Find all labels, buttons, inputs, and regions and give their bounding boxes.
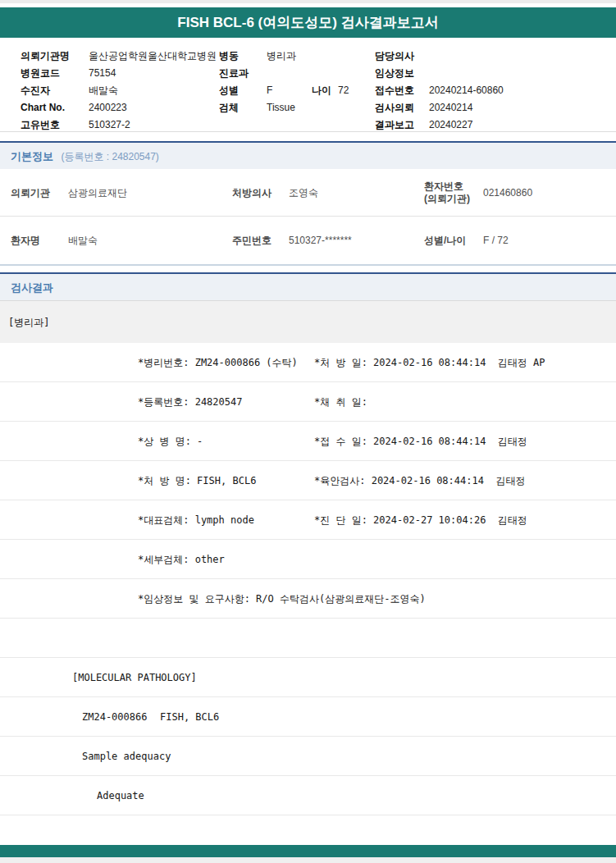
bottom-edge-strip: [0, 857, 616, 863]
clinical-request-field: *임상정보 및 요구사항: R/O 수탁검사(삼광의료재단-조영숙): [138, 591, 426, 605]
examinee-label: 수진자: [21, 82, 89, 99]
department-row: 진료과: [219, 65, 349, 82]
prescription-name-field: *처 방 명: FISH, BCL6: [138, 473, 256, 487]
registration-no-field: *등록번호: 24820547: [138, 395, 242, 409]
attending-doctor-label: 담당의사: [375, 48, 429, 65]
report-page: FISH BCL-6 (여의도성모) 검사결과보고서 의뢰기관명울산공업학원울산…: [0, 0, 616, 863]
department-name: [병리과]: [8, 315, 49, 329]
unique-no-value: 510327-2: [89, 119, 130, 130]
disease-name-row: *상 병 명: -*접 수 일: 2024-02-16 08:44:14 김태정: [0, 422, 616, 461]
basic-info-section-title: 기본정보: [11, 150, 53, 162]
table-row: 의뢰기관 삼광의료재단 처방의사 조영숙 환자번호(의뢰기관) 02146086…: [0, 169, 616, 217]
diagnosis-date-field: *진 단 일: 2024-02-27 10:04:26 김태정: [314, 513, 527, 527]
requesting-org-value: 삼광의료재단: [68, 185, 127, 199]
requesting-org-name-value: 울산공업학원울산대학교병원: [89, 50, 217, 62]
patient-no-value: 021460860: [483, 187, 532, 199]
sex-label: 성별: [219, 82, 267, 99]
age-label: 나이: [312, 82, 331, 99]
ward-value: 병리과: [267, 50, 296, 62]
patient-no-label: 환자번호(의뢰기관): [424, 180, 470, 205]
specimen-value: Tissue: [267, 102, 295, 113]
report-title: FISH BCL-6 (여의도성모) 검사결과보고서: [177, 15, 438, 30]
adequacy-value: Adequate: [97, 790, 144, 801]
sample-adequacy-row: Sample adequacy: [0, 737, 616, 776]
gross-exam-date-field: *육안검사: 2024-02-16 08:44:14 김태정: [314, 473, 525, 487]
test-name: FISH, BCL6: [160, 711, 219, 723]
test-line-row: ZM24-000866FISH, BCL6: [0, 697, 616, 737]
adequacy-value-row: Adequate: [0, 776, 616, 815]
sub-specimen-field: *세부검체: other: [138, 552, 225, 566]
resident-no-value: 510327-*******: [289, 235, 352, 246]
pathology-no-row: *병리번호: ZM24-000866 (수탁)*처 방 일: 2024-02-1…: [0, 343, 616, 382]
report-header-fields: 의뢰기관명울산공업학원울산대학교병원 병원코드75154 수진자배말숙 Char…: [0, 46, 616, 131]
prescribing-doctor-value: 조영숙: [289, 185, 318, 199]
ward-label: 병동: [219, 48, 267, 65]
empty-row: [0, 619, 616, 658]
hospital-code-value: 75154: [89, 67, 116, 79]
empty-row: [0, 815, 616, 845]
result-report-date-value: 20240227: [429, 119, 472, 130]
requesting-org-name-row: 의뢰기관명울산공업학원울산대학교병원: [21, 48, 217, 65]
resident-no-label: 주민번호: [232, 233, 271, 247]
table-row: 환자명 배말숙 주민번호 510327-******* 성별/나이 F / 72: [0, 217, 616, 263]
receipt-no-row: 접수번호20240214-60860: [375, 82, 504, 99]
department-label: 진료과: [219, 65, 267, 82]
top-edge-strip: [0, 0, 616, 3]
chart-no-label: Chart No.: [21, 99, 89, 116]
examinee-row: 수진자배말숙: [21, 82, 217, 99]
sex-age-table-value: F / 72: [483, 235, 509, 246]
basic-info-registration-no: (등록번호 : 24820547): [61, 151, 158, 162]
department-band: [병리과]: [0, 300, 616, 343]
header-divider: [0, 131, 616, 132]
test-number: ZM24-000866: [82, 711, 147, 723]
clinical-request-row: *임상정보 및 요구사항: R/O 수탁검사(삼광의료재단-조영숙): [0, 579, 616, 619]
header-right-column: 담당의사 임상정보 접수번호20240214-60860 검사의뢰2024021…: [375, 48, 504, 134]
report-footer-bar: [0, 845, 616, 857]
collection-date-field: *채 취 일:: [314, 395, 367, 409]
test-request-date-value: 20240214: [429, 102, 472, 113]
pathology-no-field: *병리번호: ZM24-000866 (수탁): [138, 355, 298, 369]
test-results-section-title: 검사결과: [11, 281, 53, 294]
representative-specimen-field: *대표검체: lymph node: [138, 513, 254, 527]
report-title-bar: FISH BCL-6 (여의도성모) 검사결과보고서: [0, 7, 616, 38]
patient-name-value: 배말숙: [68, 233, 98, 247]
sex-age-row: 성별F나이72: [219, 82, 349, 99]
specimen-label: 검체: [219, 99, 267, 116]
hospital-code-row: 병원코드75154: [21, 65, 217, 82]
chart-no-row: Chart No.2400223: [21, 99, 217, 116]
receipt-no-label: 접수번호: [375, 82, 429, 99]
requesting-org-label: 의뢰기관: [11, 185, 50, 199]
hospital-code-label: 병원코드: [21, 65, 89, 82]
specimen-row: 검체Tissue: [219, 99, 349, 116]
header-middle-column: 병동병리과 진료과 성별F나이72 검체Tissue: [219, 48, 349, 116]
prescription-date-field: *처 방 일: 2024-02-16 08:44:14 김태정 AP: [314, 355, 545, 369]
registration-no-row: *등록번호: 24820547*채 취 일:: [0, 382, 616, 422]
examinee-value: 배말숙: [89, 84, 118, 96]
prescribing-doctor-label: 처방의사: [232, 185, 271, 199]
receipt-no-value: 20240214-60860: [429, 84, 504, 96]
header-left-column: 의뢰기관명울산공업학원울산대학교병원 병원코드75154 수진자배말숙 Char…: [21, 48, 217, 134]
test-request-date-label: 검사의뢰: [375, 99, 429, 116]
result-detail-rows: *병리번호: ZM24-000866 (수탁)*처 방 일: 2024-02-1…: [0, 343, 616, 845]
clinical-info-row: 임상정보: [375, 65, 504, 82]
age-value: 72: [338, 84, 349, 96]
molecular-pathology-header: [MOLECULAR PATHOLOGY]: [72, 672, 197, 683]
clinical-info-label: 임상정보: [375, 65, 429, 82]
requesting-org-name-label: 의뢰기관명: [21, 48, 89, 65]
basic-info-table: 의뢰기관 삼광의료재단 처방의사 조영숙 환자번호(의뢰기관) 02146086…: [0, 169, 616, 266]
receipt-date-field: *접 수 일: 2024-02-16 08:44:14 김태정: [314, 434, 527, 448]
patient-name-label: 환자명: [11, 233, 40, 247]
test-request-date-row: 검사의뢰20240214: [375, 99, 504, 116]
disease-name-field: *상 병 명: -: [138, 434, 203, 448]
ward-row: 병동병리과: [219, 48, 349, 65]
section-basic-info: 기본정보 (등록번호 : 24820547): [0, 141, 616, 169]
sub-specimen-row: *세부검체: other: [0, 540, 616, 579]
representative-specimen-row: *대표검체: lymph node*진 단 일: 2024-02-27 10:0…: [0, 500, 616, 540]
sex-age-table-label: 성별/나이: [424, 233, 466, 247]
patient-no-label-line2: (의뢰기관): [424, 193, 470, 205]
patient-no-label-line1: 환자번호: [424, 180, 470, 193]
sample-adequacy-label: Sample adequacy: [82, 751, 171, 762]
prescription-name-row: *처 방 명: FISH, BCL6*육안검사: 2024-02-16 08:4…: [0, 461, 616, 500]
molecular-pathology-header-row: [MOLECULAR PATHOLOGY]: [0, 658, 616, 697]
sex-value: F: [267, 82, 312, 99]
